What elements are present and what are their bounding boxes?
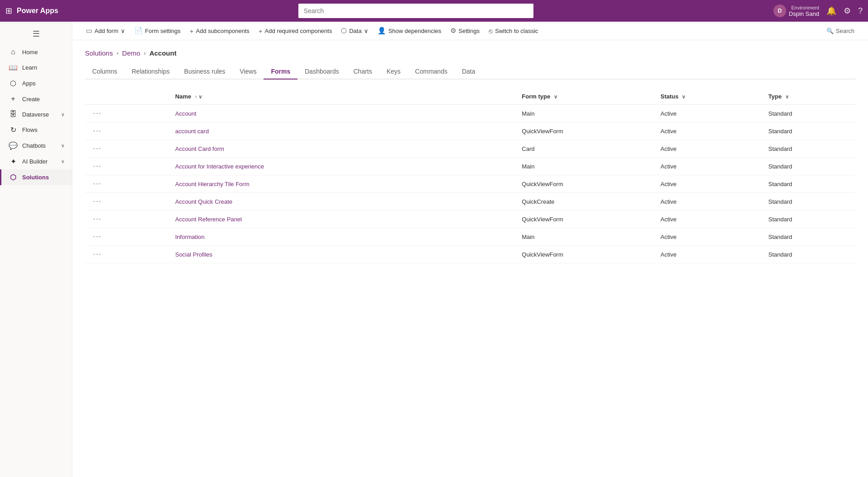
switch-to-classic-button[interactable]: ⎋ Switch to classic bbox=[484, 25, 542, 37]
breadcrumb-demo[interactable]: Demo bbox=[122, 49, 140, 57]
sidebar-item-home[interactable]: ⌂ Home bbox=[0, 44, 72, 60]
sidebar-item-dataverse[interactable]: 🗄 Dataverse ∨ bbox=[0, 107, 72, 122]
sidebar-label-ai-builder: AI Builder bbox=[22, 158, 47, 165]
row-name[interactable]: Account Card form bbox=[170, 140, 516, 158]
row-name[interactable]: Social Profiles bbox=[170, 246, 516, 263]
sidebar-label-chatbots: Chatbots bbox=[22, 142, 46, 149]
data-dropdown-icon: ∨ bbox=[364, 28, 368, 34]
row-actions-menu[interactable]: ··· bbox=[90, 126, 104, 136]
data-button[interactable]: ⬡ Data ∨ bbox=[336, 24, 373, 37]
table-row: ··· Account for Interactive experience M… bbox=[85, 158, 855, 175]
add-subcomponents-button[interactable]: + Add subcomponents bbox=[185, 25, 254, 37]
breadcrumb-current: Account bbox=[149, 49, 176, 57]
tab-forms[interactable]: Forms bbox=[264, 64, 297, 80]
row-actions-menu[interactable]: ··· bbox=[90, 232, 104, 241]
tab-dashboards[interactable]: Dashboards bbox=[297, 64, 346, 80]
tab-columns[interactable]: Columns bbox=[85, 64, 124, 80]
row-form-type: Main bbox=[516, 158, 655, 175]
show-dep-label: Show dependencies bbox=[388, 28, 441, 34]
row-form-type: QuickCreate bbox=[516, 193, 655, 210]
row-name[interactable]: Information bbox=[170, 228, 516, 246]
tab-business-rules[interactable]: Business rules bbox=[177, 64, 232, 80]
row-actions-cell: ··· bbox=[85, 175, 170, 193]
row-actions-cell: ··· bbox=[85, 122, 170, 140]
row-actions-cell: ··· bbox=[85, 140, 170, 158]
data-label: Data bbox=[349, 28, 361, 34]
toolbar-right: 🔍 Search bbox=[822, 25, 859, 37]
sidebar-label-home: Home bbox=[22, 49, 38, 56]
row-actions-menu[interactable]: ··· bbox=[90, 196, 104, 206]
table-row: ··· account card QuickViewForm Active St… bbox=[85, 122, 855, 140]
hamburger-button[interactable]: ☰ bbox=[0, 25, 72, 42]
flows-icon: ↻ bbox=[9, 126, 18, 134]
tab-data[interactable]: Data bbox=[455, 64, 483, 80]
sidebar-item-ai-builder[interactable]: ✦ AI Builder ∨ bbox=[0, 154, 72, 169]
col-status-header[interactable]: Status ∨ bbox=[655, 89, 763, 105]
add-subcomponents-label: Add subcomponents bbox=[196, 28, 250, 34]
notification-icon[interactable]: 🔔 bbox=[826, 6, 836, 16]
row-type: Standard bbox=[763, 175, 855, 193]
learn-icon: 📖 bbox=[9, 63, 18, 72]
row-actions-menu[interactable]: ··· bbox=[90, 214, 104, 224]
settings-icon[interactable]: ⚙ bbox=[844, 6, 851, 16]
add-required-components-button[interactable]: + Add required components bbox=[254, 25, 337, 37]
form-settings-label: Form settings bbox=[145, 28, 181, 34]
row-type: Standard bbox=[763, 193, 855, 210]
add-form-button[interactable]: ▭ Add form ∨ bbox=[81, 24, 130, 37]
row-actions-menu[interactable]: ··· bbox=[90, 144, 104, 153]
row-actions-menu[interactable]: ··· bbox=[90, 249, 104, 259]
sidebar-item-flows[interactable]: ↻ Flows bbox=[0, 122, 72, 138]
help-icon[interactable]: ? bbox=[858, 6, 863, 16]
home-icon: ⌂ bbox=[9, 48, 18, 56]
tab-commands[interactable]: Commands bbox=[408, 64, 455, 80]
breadcrumb-sep-2: › bbox=[144, 50, 146, 56]
form-settings-icon: 📄 bbox=[134, 27, 143, 35]
row-actions-menu[interactable]: ··· bbox=[90, 108, 104, 118]
table-row: ··· Account Hierarchy Tile Form QuickVie… bbox=[85, 175, 855, 193]
row-type: Standard bbox=[763, 122, 855, 140]
nav-left: ⊞ Power Apps bbox=[5, 6, 58, 16]
settings-btn-icon: ⚙ bbox=[450, 27, 456, 35]
row-name[interactable]: Account Hierarchy Tile Form bbox=[170, 175, 516, 193]
sidebar-label-apps: Apps bbox=[22, 80, 36, 87]
row-name[interactable]: Account bbox=[170, 105, 516, 122]
env-text: Environment Dspin Sand bbox=[789, 5, 819, 17]
sidebar-item-solutions[interactable]: ⬡ Solutions bbox=[0, 169, 72, 185]
tab-relationships[interactable]: Relationships bbox=[124, 64, 177, 80]
breadcrumb: Solutions › Demo › Account bbox=[85, 49, 855, 57]
ai-builder-icon: ✦ bbox=[9, 157, 18, 166]
sidebar-item-create[interactable]: + Create bbox=[0, 91, 72, 107]
row-name[interactable]: Account for Interactive experience bbox=[170, 158, 516, 175]
settings-button[interactable]: ⚙ Settings bbox=[446, 24, 484, 37]
col-form-type-header[interactable]: Form type ∨ bbox=[516, 89, 655, 105]
toolbar-search-label: Search bbox=[836, 28, 854, 34]
row-name[interactable]: Account Quick Create bbox=[170, 193, 516, 210]
tab-charts[interactable]: Charts bbox=[346, 64, 379, 80]
row-name[interactable]: account card bbox=[170, 122, 516, 140]
row-actions-cell: ··· bbox=[85, 158, 170, 175]
switch-classic-label: Switch to classic bbox=[495, 28, 538, 34]
add-required-label: Add required components bbox=[265, 28, 332, 34]
grid-icon[interactable]: ⊞ bbox=[5, 6, 12, 16]
col-name-header[interactable]: Name ↑ ∨ bbox=[170, 89, 516, 105]
row-name[interactable]: Account Reference Panel bbox=[170, 210, 516, 228]
sort-icon-type: ∨ bbox=[785, 94, 789, 99]
add-required-icon: + bbox=[259, 27, 263, 35]
col-type-header[interactable]: Type ∨ bbox=[763, 89, 855, 105]
sidebar-item-learn[interactable]: 📖 Learn bbox=[0, 60, 72, 75]
row-form-type: Card bbox=[516, 140, 655, 158]
global-search-input[interactable] bbox=[298, 4, 533, 18]
show-dependencies-button[interactable]: 👤 Show dependencies bbox=[373, 24, 446, 37]
chevron-down-icon-chatbots: ∨ bbox=[61, 143, 65, 149]
toolbar-search[interactable]: 🔍 Search bbox=[822, 25, 859, 37]
sidebar-item-apps[interactable]: ⬡ Apps bbox=[0, 75, 72, 91]
env-name: Dspin Sand bbox=[789, 10, 819, 17]
form-settings-button[interactable]: 📄 Form settings bbox=[130, 24, 185, 37]
tab-views[interactable]: Views bbox=[232, 64, 264, 80]
row-actions-menu[interactable]: ··· bbox=[90, 161, 104, 171]
breadcrumb-solutions[interactable]: Solutions bbox=[85, 49, 113, 57]
avatar: D bbox=[774, 5, 786, 17]
row-actions-menu[interactable]: ··· bbox=[90, 179, 104, 188]
sidebar-item-chatbots[interactable]: 💬 Chatbots ∨ bbox=[0, 138, 72, 154]
tab-keys[interactable]: Keys bbox=[379, 64, 408, 80]
